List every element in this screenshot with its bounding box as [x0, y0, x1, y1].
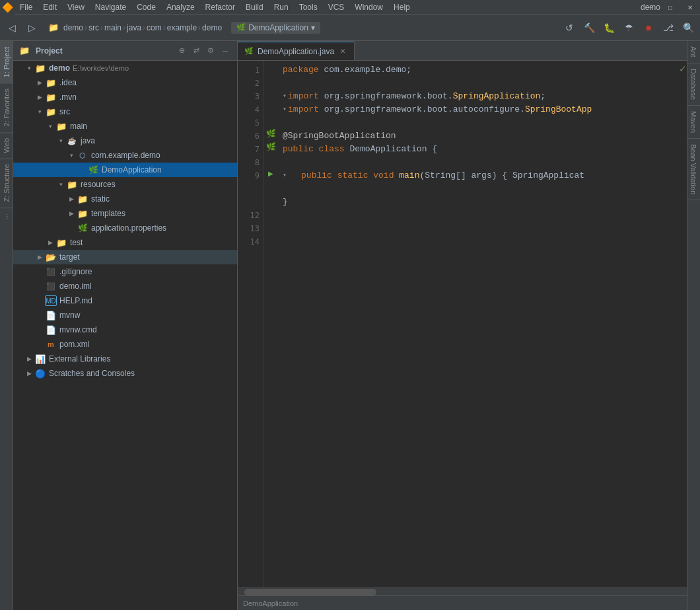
tree-item-resources[interactable]: ▾ 📁 resources	[13, 177, 237, 192]
menu-edit[interactable]: Edit	[38, 0, 62, 15]
tree-arrow-java: ▾	[55, 137, 66, 144]
scroll-from-source-button[interactable]: ⇄	[190, 44, 203, 57]
templates-label: templates	[91, 209, 125, 218]
tab-close-button[interactable]: ✕	[338, 47, 347, 56]
menu-navigate[interactable]: Navigate	[90, 0, 131, 15]
tree-item-iml[interactable]: ▶ ⬛ demo.iml	[13, 279, 237, 293]
window-controls: ─ □ ✕	[641, 0, 700, 15]
right-tab-ant[interactable]: Ant	[687, 41, 700, 63]
project-folder-icon: 📁	[18, 46, 30, 56]
menu-file[interactable]: File	[15, 0, 38, 15]
package-label: com.example.demo	[91, 151, 160, 160]
tree-item-mvnwcmd[interactable]: ▶ 📄 mvnw.cmd	[13, 323, 237, 337]
minimize-panel-button[interactable]: ─	[219, 44, 232, 57]
tree-item-src[interactable]: ▾ 📁 src	[13, 104, 237, 119]
locate-file-button[interactable]: ⊕	[175, 44, 188, 57]
gitignore-label: .gitignore	[59, 267, 92, 276]
maximize-button[interactable]: □	[660, 0, 680, 15]
coverage-button[interactable]: ☂	[619, 19, 638, 37]
code-line-8	[277, 156, 687, 169]
target-folder-icon: 📂	[45, 252, 57, 262]
main-label: main	[70, 122, 87, 131]
tree-item-properties[interactable]: ▶ 🌿 application.properties	[13, 221, 237, 235]
editor-scrollbar-thumb[interactable]	[244, 589, 376, 595]
menu-run[interactable]: Run	[269, 0, 294, 15]
search-everywhere-button[interactable]: 🔍	[679, 19, 697, 37]
menu-refactor[interactable]: Refactor	[200, 0, 240, 15]
editor-tab-demoapplication[interactable]: 🌿 DemoApplication.java ✕	[238, 42, 355, 60]
menu-tools[interactable]: Tools	[294, 0, 323, 15]
scratches-label: Scratches and Consoles	[49, 369, 135, 378]
breadcrumb-demo[interactable]: demo	[63, 23, 83, 32]
main-folder-icon: 📁	[55, 121, 67, 132]
fold-arrow-3[interactable]: ▾	[283, 90, 287, 103]
project-settings-button[interactable]: ⚙	[204, 44, 217, 57]
menu-analyze[interactable]: Analyze	[161, 0, 200, 15]
resources-label: resources	[81, 180, 116, 189]
tree-item-external[interactable]: ▶ 📊 External Libraries	[13, 352, 237, 366]
breadcrumb-example[interactable]: example	[167, 23, 197, 32]
minimize-button[interactable]: ─	[641, 0, 660, 15]
tree-item-mvn[interactable]: ▶ 📁 .mvn	[13, 90, 237, 104]
tree-item-main[interactable]: ▾ 📁 main	[13, 119, 237, 133]
tree-arrow-scratches: ▶	[24, 370, 34, 377]
tree-item-templates[interactable]: ▶ 📁 templates	[13, 206, 237, 221]
refresh-button[interactable]: ↺	[560, 19, 578, 37]
menu-build[interactable]: Build	[240, 0, 269, 15]
code-editor-content[interactable]: package com.example.demo; ▾ import org.s…	[277, 61, 687, 588]
tab-more-left[interactable]: ···	[0, 208, 13, 225]
tree-arrow-templates: ▶	[66, 210, 77, 217]
editor-scrollbar[interactable]	[238, 588, 687, 595]
tree-item-scratches[interactable]: ▶ 🔵 Scratches and Consoles	[13, 366, 237, 381]
tab-project[interactable]: 1: Project	[0, 41, 13, 83]
menu-view[interactable]: View	[62, 0, 90, 15]
tree-item-test[interactable]: ▶ 📁 test	[13, 235, 237, 250]
tree-item-idea[interactable]: ▶ 📁 .idea	[13, 75, 237, 90]
tree-item-static[interactable]: ▶ 📁 static	[13, 192, 237, 206]
tab-web[interactable]: Web	[0, 132, 13, 158]
code-line-4: ▾ import org.springframework.boot.autoco…	[277, 103, 687, 116]
run-config-selector[interactable]: 🌿 DemoApplication ▾	[231, 22, 320, 34]
editor-breadcrumb-bottom: DemoApplication	[238, 595, 687, 610]
tree-item-gitignore[interactable]: ▶ ⬛ .gitignore	[13, 264, 237, 279]
breadcrumb-java[interactable]: java	[127, 23, 141, 32]
breadcrumb-main[interactable]: main	[104, 23, 122, 32]
tree-item-target[interactable]: ▶ 📂 target	[13, 250, 237, 264]
breadcrumb-src[interactable]: src	[88, 23, 99, 32]
tree-item-demo-root[interactable]: ▾ 📁 demo E:\workdev\demo	[13, 61, 237, 75]
fold-arrow-9[interactable]: ▾	[283, 169, 287, 182]
menu-help[interactable]: Help	[388, 0, 415, 15]
code-line-2	[277, 77, 687, 90]
tab-structure[interactable]: Z: Structure	[0, 158, 13, 207]
tree-item-package[interactable]: ▾ ⬡ com.example.demo	[13, 148, 237, 163]
tree-item-java[interactable]: ▾ ☕ java	[13, 133, 237, 148]
right-tab-database[interactable]: Database	[687, 63, 700, 106]
breadcrumb-com[interactable]: com	[147, 23, 162, 32]
back-button[interactable]: ◁	[3, 19, 21, 37]
pomxml-label: pom.xml	[59, 340, 89, 349]
menu-code[interactable]: Code	[131, 0, 161, 15]
folder-icon: 📁	[48, 22, 59, 33]
fold-arrow-4[interactable]: ▾	[283, 103, 287, 116]
stop-button[interactable]: ■	[639, 19, 658, 37]
tree-item-pomxml[interactable]: ▶ m pom.xml	[13, 337, 237, 352]
external-icon: 📊	[34, 354, 46, 364]
breadcrumb-demo2[interactable]: demo	[202, 23, 222, 32]
close-button[interactable]: ✕	[680, 0, 700, 15]
tab-favorites[interactable]: 2: Favorites	[0, 83, 13, 132]
menu-vcs[interactable]: VCS	[323, 0, 350, 15]
right-tab-maven[interactable]: Maven	[687, 106, 700, 139]
right-tab-bean-validation[interactable]: Bean Validation	[687, 139, 700, 200]
line-numbers: 1 2 3 4 5 6 7 8 9 12 13 14	[238, 61, 264, 588]
tree-item-mvnw[interactable]: ▶ 📄 mvnw	[13, 308, 237, 323]
build-button[interactable]: 🔨	[580, 19, 598, 37]
test-folder-icon: 📁	[55, 237, 67, 248]
tree-arrow-resources: ▾	[55, 181, 66, 188]
debug-button[interactable]: 🐛	[600, 19, 618, 37]
menu-window[interactable]: Window	[349, 0, 388, 15]
tree-arrow-demo: ▾	[24, 65, 34, 71]
tree-item-demoapplication[interactable]: ▶ 🌿 DemoApplication	[13, 163, 237, 177]
forward-button[interactable]: ▷	[22, 19, 41, 37]
tree-item-helpmd[interactable]: ▶ MD HELP.md	[13, 293, 237, 308]
profile-button[interactable]: ⎇	[659, 19, 678, 37]
